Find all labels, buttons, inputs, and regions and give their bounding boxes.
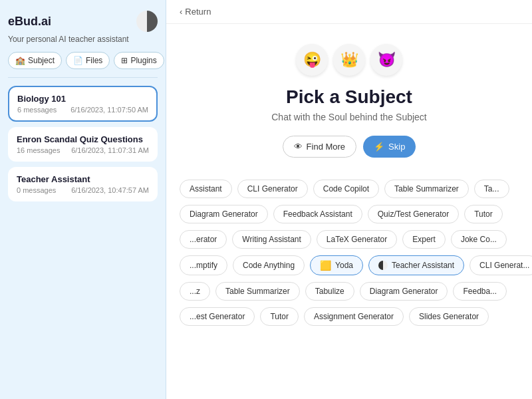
hero-section: 😜 👑 😈 Pick a Subject Chat with the Soul … [166, 24, 532, 171]
emoji-3: 😈 [370, 44, 402, 76]
files-icon: 📄 [73, 56, 83, 65]
app-title: eBud.ai [8, 15, 51, 29]
plugins-nav-button[interactable]: ⊞ Plugins [114, 52, 164, 69]
conversation-title: Teacher Assistant [17, 174, 149, 184]
tag-generator[interactable]: ...erator [180, 230, 227, 249]
conversation-date: 6/16/2023, 11:07:50 AM [70, 106, 148, 114]
hero-emojis: 😜 👑 😈 [296, 44, 402, 76]
yoda-icon: 🟨 [320, 260, 331, 271]
conversation-meta: 6 messages 6/16/2023, 11:07:50 AM [17, 106, 148, 114]
files-nav-button[interactable]: 📄 Files [66, 52, 110, 69]
conversation-title: Enron Scandal Quiz Questions [17, 134, 149, 144]
tag-joke-co[interactable]: Joke Co... [451, 230, 507, 249]
plugins-icon: ⊞ [121, 56, 128, 65]
find-more-button[interactable]: 👁 Find More [283, 136, 357, 158]
sidebar: eBud.ai Your personal AI teacher assista… [0, 0, 166, 399]
tag-assignment-generator[interactable]: Assignment Generator [304, 307, 404, 326]
tag-tutor-2[interactable]: Tutor [260, 307, 299, 326]
subject-nav-button[interactable]: 🏫 Subject [8, 52, 62, 69]
tag-table-summarizer[interactable]: Table Summarizer [384, 180, 469, 198]
back-button[interactable]: ‹ Return [180, 7, 211, 17]
sidebar-nav: 🏫 Subject 📄 Files ⊞ Plugins [8, 52, 158, 69]
conversation-item[interactable]: Biology 101 6 messages 6/16/2023, 11:07:… [8, 86, 158, 122]
conversation-title: Biology 101 [17, 94, 148, 104]
tag-teacher-assistant[interactable]: Teacher Assistant [368, 255, 464, 275]
tags-row-1: Assistant CLI Generator Code Copilot Tab… [166, 176, 532, 201]
sidebar-divider [8, 77, 158, 78]
conversation-messages: 6 messages [17, 106, 57, 114]
tag-code-copilot[interactable]: Code Copilot [313, 180, 379, 198]
main-header: ‹ Return [166, 0, 532, 24]
conversation-date: 6/16/2023, 10:47:57 AM [71, 186, 149, 194]
hero-title: Pick a Subject [286, 86, 412, 108]
tag-z[interactable]: ...z [180, 282, 210, 301]
tag-assistant[interactable]: Assistant [180, 180, 232, 198]
tag-expert[interactable]: Expert [402, 230, 446, 249]
tag-cli-generator[interactable]: CLI Generator [237, 180, 308, 198]
emoji-2: 👑 [333, 44, 365, 76]
hero-actions: 👁 Find More ⚡ Skip [283, 136, 416, 158]
conversation-messages: 16 messages [17, 146, 60, 154]
tag-ta[interactable]: Ta... [474, 180, 509, 198]
subject-icon: 🏫 [15, 56, 25, 65]
theme-toggle-button[interactable] [136, 11, 158, 32]
tag-code-anything[interactable]: Code Anything [233, 255, 305, 275]
tags-row-4: ...mptify Code Anything 🟨 Yoda Teacher A… [166, 252, 532, 279]
conversation-item[interactable]: Teacher Assistant 0 messages 6/16/2023, … [8, 167, 158, 201]
tags-row-3: ...erator Writing Assistant LaTeX Genera… [166, 227, 532, 252]
tags-row-5: ...z Table Summarizer Tabulize Diagram G… [166, 279, 532, 304]
app-subtitle: Your personal AI teacher assistant [8, 35, 158, 44]
conversation-list: Biology 101 6 messages 6/16/2023, 11:07:… [8, 86, 158, 201]
tag-latex-generator[interactable]: LaTeX Generator [317, 230, 397, 249]
tag-feedba[interactable]: Feedba... [453, 282, 507, 301]
tags-container: Assistant CLI Generator Code Copilot Tab… [166, 171, 532, 399]
conversation-item[interactable]: Enron Scandal Quiz Questions 16 messages… [8, 127, 158, 162]
tag-tutor[interactable]: Tutor [464, 205, 503, 223]
main-content: ‹ Return 😜 👑 😈 Pick a Subject Chat with … [166, 0, 532, 399]
tag-writing-assistant[interactable]: Writing Assistant [232, 230, 311, 249]
tag-diagram-generator[interactable]: Diagram Generator [180, 205, 268, 223]
teacher-icon [378, 261, 388, 270]
conversation-meta: 16 messages 6/16/2023, 11:07:31 AM [17, 146, 149, 154]
tag-cli-generat[interactable]: CLI Generat... [469, 255, 532, 275]
conversation-messages: 0 messages [17, 186, 56, 194]
tag-yoda[interactable]: 🟨 Yoda [310, 255, 363, 275]
hero-subtitle: Chat with the Soul behind the Subject [271, 112, 427, 122]
sidebar-header: eBud.ai [8, 11, 158, 32]
tag-diagram-generator-2[interactable]: Diagram Generator [360, 282, 448, 301]
tag-quiz-test-generator[interactable]: Quiz/Test Generator [368, 205, 459, 223]
emoji-1: 😜 [296, 44, 328, 76]
tag-est-generator[interactable]: ...est Generator [180, 307, 255, 326]
tag-feedback-assistant[interactable]: Feedback Assistant [273, 205, 362, 223]
tags-row-2: Diagram Generator Feedback Assistant Qui… [166, 201, 532, 227]
tag-slides-generator[interactable]: Slides Generator [409, 307, 489, 326]
chevron-left-icon: ‹ [180, 7, 182, 17]
conversation-meta: 0 messages 6/16/2023, 10:47:57 AM [17, 186, 149, 194]
tag-tabulize[interactable]: Tabulize [305, 282, 354, 301]
eye-icon: 👁 [294, 142, 303, 152]
tag-mptify[interactable]: ...mptify [180, 255, 227, 275]
conversation-date: 6/16/2023, 11:07:31 AM [71, 146, 149, 154]
tag-table-summarizer-2[interactable]: Table Summarizer [215, 282, 300, 301]
skip-button[interactable]: ⚡ Skip [363, 136, 416, 158]
lightning-icon: ⚡ [374, 142, 384, 152]
tags-row-6: ...est Generator Tutor Assignment Genera… [166, 304, 532, 329]
